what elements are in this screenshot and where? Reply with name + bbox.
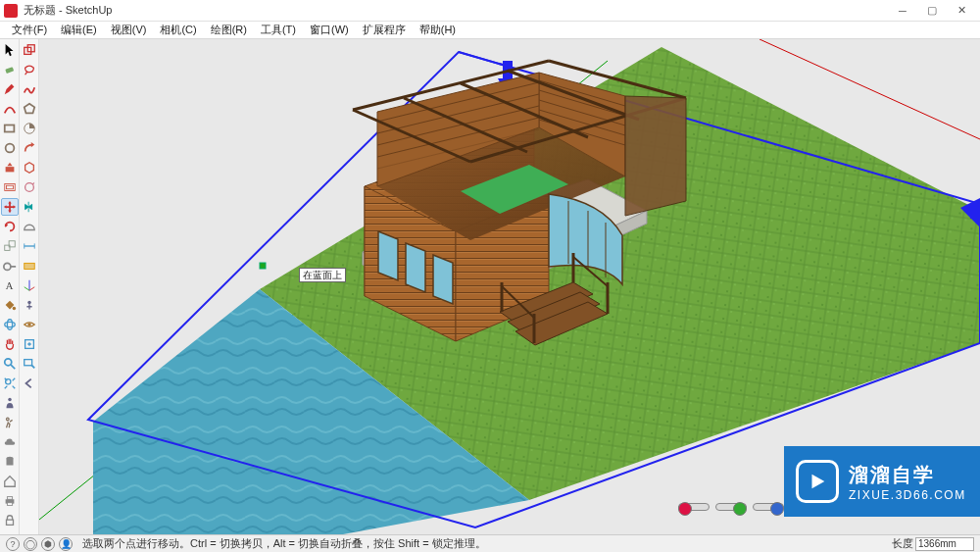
main-area: A <box>0 39 980 534</box>
svg-rect-1 <box>4 125 14 132</box>
svg-point-29 <box>24 183 33 192</box>
svg-rect-23 <box>6 520 13 525</box>
outershell-tool[interactable] <box>21 159 38 176</box>
eraser-tool[interactable] <box>1 61 19 78</box>
menu-edit[interactable]: 编辑(E) <box>55 22 103 38</box>
svg-rect-3 <box>5 167 14 172</box>
svg-marker-79 <box>406 243 425 292</box>
svg-marker-80 <box>433 255 453 304</box>
paint-tool[interactable] <box>1 296 19 314</box>
svg-text:A: A <box>5 280 13 291</box>
length-label: 长度 <box>892 536 913 551</box>
svg-point-2 <box>5 144 14 153</box>
circle-tool[interactable] <box>1 139 19 157</box>
window-title: 无标题 - SketchUp <box>24 3 888 18</box>
toolbar-right <box>20 39 39 534</box>
move-tool[interactable] <box>1 198 19 216</box>
house-tool[interactable] <box>1 473 19 490</box>
status-help-icon[interactable]: ? <box>6 537 20 551</box>
close-button[interactable]: ✕ <box>947 1 976 21</box>
status-profile-icon[interactable]: 👤 <box>59 537 73 551</box>
unlock-tool[interactable] <box>1 512 19 529</box>
svg-rect-33 <box>24 263 34 269</box>
menu-extensions[interactable]: 扩展程序 <box>357 22 412 38</box>
length-input[interactable] <box>915 537 974 551</box>
menu-bar: 文件(F) 编辑(E) 视图(V) 相机(C) 绘图(R) 工具(T) 窗口(W… <box>0 22 980 39</box>
text-tool[interactable]: A <box>1 276 19 294</box>
rotate-tool[interactable] <box>1 218 19 235</box>
paintcan-tool[interactable] <box>1 453 19 471</box>
svg-marker-78 <box>378 231 398 280</box>
menu-view[interactable]: 视图(V) <box>105 22 153 38</box>
svg-line-42 <box>30 365 34 369</box>
menu-camera[interactable]: 相机(C) <box>154 22 202 38</box>
menu-help[interactable]: 帮助(H) <box>414 22 462 38</box>
arc-tool[interactable] <box>1 100 19 118</box>
polygon-tool[interactable] <box>21 100 38 118</box>
rectangle-tool[interactable] <box>1 120 19 137</box>
status-bar: ? ◯ ⬢ 👤 选取两个点进行移动。Ctrl = 切换拷贝，Alt = 切换自动… <box>0 534 980 552</box>
axis-lock-blue[interactable] <box>753 503 784 511</box>
svg-line-37 <box>24 287 28 291</box>
axis-lock-green[interactable] <box>715 503 747 511</box>
svg-point-8 <box>3 263 10 270</box>
warehouse-tool[interactable] <box>1 433 19 451</box>
svg-rect-0 <box>5 67 14 74</box>
pushpull-tool[interactable] <box>1 159 19 176</box>
svg-point-17 <box>8 398 12 402</box>
maximize-button[interactable]: ▢ <box>917 1 947 21</box>
viewport[interactable]: 在蓝面上 溜溜自学 ZIXUE.3D66.COM <box>39 39 980 534</box>
title-bar: 无标题 - SketchUp ─ ▢ ✕ <box>0 0 980 22</box>
status-geo-icon[interactable]: ⬢ <box>41 537 55 551</box>
menu-window[interactable]: 窗口(W) <box>304 22 355 38</box>
axis-lock-toggles <box>678 503 784 511</box>
menu-draw[interactable]: 绘图(R) <box>205 22 253 38</box>
menu-tools[interactable]: 工具(T) <box>255 22 302 38</box>
orbit-tool[interactable] <box>1 316 19 333</box>
watermark-url: ZIXUE.3D66.COM <box>849 488 966 502</box>
svg-line-15 <box>10 365 14 369</box>
status-user-icon[interactable]: ◯ <box>24 537 37 551</box>
zoom-extents-tool[interactable] <box>1 375 19 392</box>
position-camera-tool[interactable] <box>21 296 38 314</box>
svg-point-11 <box>12 307 16 311</box>
svg-marker-26 <box>24 104 34 114</box>
axes-tool[interactable] <box>21 276 38 294</box>
axis-lock-red[interactable] <box>678 503 710 511</box>
scale-tool[interactable] <box>1 237 19 255</box>
pie-tool[interactable] <box>21 120 38 137</box>
looker-tool[interactable] <box>21 316 38 333</box>
zoom-tool[interactable] <box>1 355 19 373</box>
rotate2-tool[interactable] <box>21 178 38 196</box>
line-tool[interactable] <box>1 80 19 98</box>
svg-marker-28 <box>30 142 34 147</box>
section-tool[interactable] <box>21 257 38 275</box>
lasso-tool[interactable] <box>21 61 38 78</box>
toolbar-left: A <box>0 39 20 534</box>
svg-point-39 <box>27 323 31 326</box>
roof-overhang <box>625 96 686 216</box>
flip-tool[interactable] <box>21 198 38 216</box>
freehand-tool[interactable] <box>21 80 38 98</box>
menu-file[interactable]: 文件(F) <box>6 22 53 38</box>
pan-tool[interactable] <box>1 335 19 353</box>
walk-tool[interactable] <box>1 414 19 431</box>
svg-point-13 <box>7 320 12 330</box>
extensionwh-tool[interactable] <box>21 335 38 353</box>
print-tool[interactable] <box>1 492 19 510</box>
make-component[interactable] <box>21 41 38 59</box>
protractor-tool[interactable] <box>21 218 38 235</box>
svg-marker-93 <box>812 475 825 489</box>
minimize-button[interactable]: ─ <box>888 1 917 21</box>
window-controls: ─ ▢ ✕ <box>888 1 976 21</box>
dim-tool[interactable] <box>21 237 38 255</box>
component-tool[interactable] <box>1 394 19 412</box>
app-icon <box>4 4 18 18</box>
offset-tool[interactable] <box>1 178 19 196</box>
select-tool[interactable] <box>1 41 19 59</box>
svg-rect-56 <box>970 203 980 219</box>
prev-tool[interactable] <box>21 375 38 392</box>
zoomwin-tool[interactable] <box>21 355 38 373</box>
tape-tool[interactable] <box>1 257 19 275</box>
followme-tool[interactable] <box>21 139 38 157</box>
